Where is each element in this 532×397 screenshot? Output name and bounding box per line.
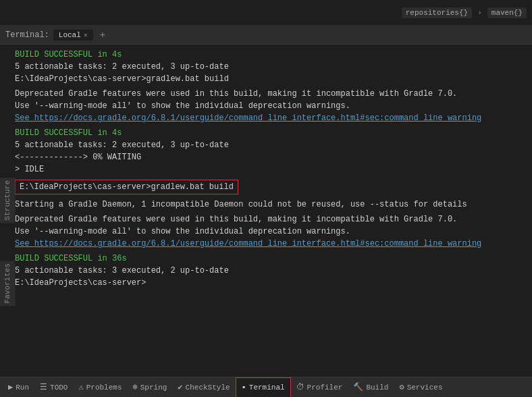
spring-label: Spring xyxy=(140,383,167,392)
favorites-label[interactable]: Favorites xyxy=(0,261,16,306)
highlighted-command: E:\IdeaProjects\cas-server>gradlew.bat b… xyxy=(15,180,238,194)
terminal-icon: ▪ xyxy=(242,383,246,392)
bottom-bar: ▶Run☰TODO⚠Problems❄Spring✔CheckStyle▪Ter… xyxy=(0,377,532,397)
profiler-label: Profiler xyxy=(307,383,343,392)
bottom-item-problems[interactable]: ⚠Problems xyxy=(73,377,127,398)
terminal-block-block4-highlighted: E:\IdeaProjects\cas-server>gradlew.bat b… xyxy=(15,178,525,196)
terminal-tab-local[interactable]: Local ✕ xyxy=(53,30,93,41)
terminal-block-block6: Deprecated Gradle features were used in … xyxy=(15,213,525,250)
checkstyle-icon: ✔ xyxy=(178,382,182,392)
spring-icon: ❄ xyxy=(133,382,138,392)
terminal-label: Terminal xyxy=(249,383,285,392)
separator: › xyxy=(477,9,482,17)
top-panel: repositories{} › maven{} xyxy=(0,0,532,26)
profiler-icon: ⏱ xyxy=(296,382,304,392)
bottom-item-run[interactable]: ▶Run xyxy=(3,377,34,398)
services-label: Services xyxy=(407,383,443,392)
todo-label: TODO xyxy=(50,383,68,392)
terminal-line: See https://docs.gradle.org/6.8.1/usergu… xyxy=(15,238,525,250)
problems-label: Problems xyxy=(86,383,122,392)
build-icon: 🔨 xyxy=(353,382,363,392)
terminal-line: <-------------> 0% WAITING xyxy=(15,151,525,163)
terminal-label: Terminal: xyxy=(5,30,49,40)
bottom-item-spring[interactable]: ❄Spring xyxy=(128,377,173,398)
terminal-content[interactable]: Structure Favorites BUILD SUCCESSFUL in … xyxy=(0,45,532,377)
repositories-badge: repositories{} xyxy=(402,7,472,18)
terminal-line: Use '--warning-mode all' to show the ind… xyxy=(15,226,525,238)
terminal-line: BUILD SUCCESSFUL in 4s xyxy=(15,49,525,61)
terminal-line: Use '--warning-mode all' to show the ind… xyxy=(15,100,525,112)
terminal-block-block3: BUILD SUCCESSFUL in 4s5 actionable tasks… xyxy=(15,127,525,176)
terminal-line: E:\IdeaProjects\cas-server>gradlew.bat b… xyxy=(15,73,525,85)
terminal-line: Deprecated Gradle features were used in … xyxy=(15,88,525,100)
bottom-item-profiler[interactable]: ⏱Profiler xyxy=(291,377,348,398)
top-panel-right: repositories{} › maven{} xyxy=(402,7,527,18)
terminal-line: BUILD SUCCESSFUL in 36s xyxy=(15,253,525,265)
terminal-header: Terminal: Local ✕ + xyxy=(0,26,532,45)
terminal-line: 5 actionable tasks: 3 executed, 2 up-to-… xyxy=(15,265,525,277)
terminal-line: 5 actionable tasks: 2 executed, 3 up-to-… xyxy=(15,139,525,151)
terminal-line: > IDLE xyxy=(15,163,525,176)
bottom-item-checkstyle[interactable]: ✔CheckStyle xyxy=(172,377,235,398)
tab-label: Local xyxy=(59,31,81,39)
close-icon[interactable]: ✕ xyxy=(84,31,88,39)
maven-badge: maven{} xyxy=(487,7,527,18)
terminal-line: See https://docs.gradle.org/6.8.1/usergu… xyxy=(15,112,525,124)
problems-icon: ⚠ xyxy=(78,382,83,392)
bottom-item-terminal[interactable]: ▪Terminal xyxy=(236,377,291,398)
run-label: Run xyxy=(16,383,29,392)
terminal-line: BUILD SUCCESSFUL in 4s xyxy=(15,127,525,139)
services-icon: ⚙ xyxy=(399,382,404,392)
bottom-item-build[interactable]: 🔨Build xyxy=(348,377,394,398)
checkstyle-label: CheckStyle xyxy=(186,383,230,392)
todo-icon: ☰ xyxy=(40,382,47,392)
run-icon: ▶ xyxy=(8,382,13,392)
terminal-block-block7: BUILD SUCCESSFUL in 36s5 actionable task… xyxy=(15,253,525,289)
bottom-item-services[interactable]: ⚙Services xyxy=(394,377,448,398)
terminal-block-block2: Deprecated Gradle features were used in … xyxy=(15,88,525,124)
structure-label[interactable]: Structure xyxy=(0,178,16,223)
terminal-line: E:\IdeaProjects\cas-server> xyxy=(15,277,525,289)
terminal-line: Deprecated Gradle features were used in … xyxy=(15,213,525,226)
terminal-block-block5: Starting a Gradle Daemon, 1 incompatible… xyxy=(15,198,525,211)
terminal-line: Starting a Gradle Daemon, 1 incompatible… xyxy=(15,198,525,211)
add-terminal-button[interactable]: + xyxy=(97,30,108,41)
bottom-item-todo[interactable]: ☰TODO xyxy=(34,377,73,398)
build-label: Build xyxy=(366,383,388,392)
terminal-line: 5 actionable tasks: 2 executed, 3 up-to-… xyxy=(15,61,525,73)
terminal-block-block1: BUILD SUCCESSFUL in 4s5 actionable tasks… xyxy=(15,49,525,85)
